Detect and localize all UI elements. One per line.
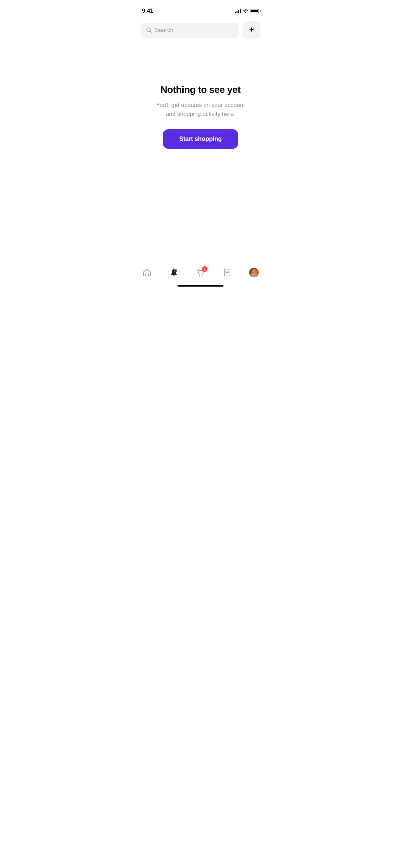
status-time: 9:41	[142, 8, 153, 14]
orders-icon	[222, 268, 232, 277]
bell-icon	[169, 268, 179, 277]
svg-point-5	[199, 275, 200, 276]
avatar-icon	[249, 268, 259, 277]
home-indicator	[178, 285, 223, 287]
search-icon	[146, 27, 152, 33]
tab-orders[interactable]	[222, 268, 232, 277]
tab-profile[interactable]	[249, 268, 259, 277]
svg-point-4	[174, 270, 177, 272]
tab-cart[interactable]: 1	[196, 268, 205, 277]
search-input[interactable]: Search	[141, 23, 239, 38]
home-icon	[142, 268, 152, 277]
ai-search-button[interactable]	[243, 21, 260, 39]
tab-notifications[interactable]	[169, 268, 179, 277]
battery-icon	[251, 9, 259, 13]
svg-line-1	[150, 31, 152, 33]
empty-state-subtitle: You'll get updates on your account and s…	[153, 101, 248, 118]
signal-icon	[235, 9, 241, 13]
empty-state: Nothing to see yet You'll get updates on…	[134, 64, 267, 169]
search-placeholder: Search	[155, 27, 173, 34]
tab-home[interactable]	[142, 268, 152, 277]
empty-state-title: Nothing to see yet	[160, 84, 241, 95]
svg-point-6	[202, 275, 203, 276]
sparkle-icon	[247, 26, 256, 34]
status-icons	[235, 9, 259, 13]
status-bar: 9:41	[134, 0, 267, 17]
cart-badge: 1	[202, 266, 207, 272]
wifi-icon	[243, 9, 248, 13]
start-shopping-button[interactable]: Start shopping	[163, 129, 238, 149]
search-area: Search	[134, 17, 267, 43]
